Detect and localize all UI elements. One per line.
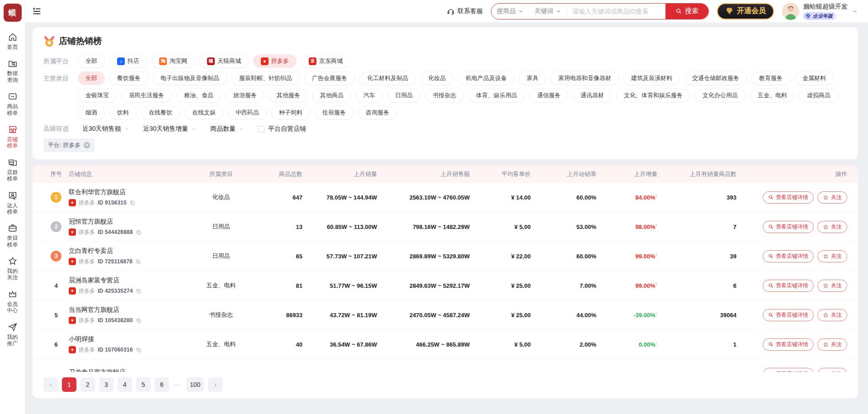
follow-button[interactable]: 关注	[817, 368, 847, 372]
advanced-dropdown[interactable]: 商品数量	[210, 125, 244, 133]
search-button[interactable]: 搜索	[665, 4, 708, 19]
page-button-6[interactable]: 6	[155, 377, 169, 392]
category-pill[interactable]: 书报杂志	[425, 89, 464, 102]
follow-button[interactable]: 关注	[817, 191, 847, 204]
category-pill[interactable]: 文化、体育和娱乐服务	[616, 89, 690, 102]
checkbox-box[interactable]	[258, 126, 264, 133]
search-type-select[interactable]: 关键词	[529, 4, 566, 19]
category-pill[interactable]: 家用电器和音像器材	[551, 71, 619, 85]
page-button-3[interactable]: 3	[99, 377, 113, 392]
category-pill[interactable]: 服装鞋帽、针纺织品	[231, 71, 300, 85]
sidebar-item-member-center[interactable]: 会员中心	[6, 285, 19, 318]
category-pill[interactable]: 虚拟商品	[799, 89, 838, 102]
category-pill[interactable]: 其他服务	[269, 89, 308, 102]
category-pill[interactable]: 交通仓储邮政服务	[684, 71, 747, 85]
category-pill[interactable]: 五金、电料	[750, 89, 795, 102]
sidebar-item-home[interactable]: 首页	[6, 28, 19, 54]
shop-name[interactable]: 小明焊接	[69, 335, 189, 343]
sidebar-item-shop-rank[interactable]: 店铺榜单	[6, 120, 19, 153]
page-button-5[interactable]: 5	[136, 377, 151, 392]
category-pill[interactable]: 种子饲料	[271, 106, 310, 119]
search-input[interactable]	[567, 4, 665, 19]
open-vip-button[interactable]: 开通会员	[717, 3, 774, 19]
page-button-2[interactable]: 2	[80, 377, 95, 392]
category-pill[interactable]: 住宿服务	[315, 106, 354, 119]
category-pill[interactable]: 家具	[519, 71, 546, 85]
sidebar-item-shop-group-rank[interactable]: 店群榜单	[6, 153, 19, 186]
view-shop-detail-button[interactable]: 查看店铺详情	[763, 338, 814, 351]
category-pill[interactable]: 化妆品	[420, 71, 453, 85]
search-scope-select[interactable]: 搜商品	[491, 4, 529, 19]
category-pill[interactable]: 电子出版物及音像制品	[153, 71, 227, 85]
category-pill[interactable]: 教育服务	[751, 71, 790, 85]
copy-icon[interactable]	[136, 288, 142, 294]
sidebar-item-category-rank[interactable]: 类目榜单	[6, 219, 19, 252]
next-page-button[interactable]: ›	[208, 377, 222, 392]
copy-icon[interactable]	[136, 347, 142, 353]
sidebar-item-product-rank[interactable]: 商品榜单	[6, 87, 19, 120]
page-button-4[interactable]: 4	[118, 377, 132, 392]
category-pill[interactable]: 体育、娱乐用品	[468, 89, 525, 102]
category-pill[interactable]: 金银珠宝	[78, 89, 117, 102]
sidebar-item-my-promotion[interactable]: 我的推广	[6, 318, 19, 351]
follow-button[interactable]: 关注	[817, 250, 847, 262]
prev-page-button[interactable]: ‹	[43, 377, 58, 392]
platform-pill[interactable]: ♪ 抖店	[109, 54, 147, 68]
platform-pill[interactable]: 猫 天猫商城	[199, 54, 249, 68]
category-pill[interactable]: 日用品	[387, 89, 420, 102]
category-pill[interactable]: 其他商品	[312, 89, 351, 102]
remove-tag-icon[interactable]: ✕	[84, 142, 90, 148]
platform-pill[interactable]: 淘 淘宝网	[151, 54, 195, 68]
follow-button[interactable]: 关注	[817, 309, 847, 321]
follow-button[interactable]: 关注	[817, 280, 847, 292]
platform-pill[interactable]: 全部	[78, 54, 105, 68]
contact-service-button[interactable]: 联系客服	[447, 7, 483, 15]
view-shop-detail-button[interactable]: 查看店铺详情	[763, 368, 814, 372]
category-pill[interactable]: 在线文娱	[184, 106, 223, 119]
shop-name[interactable]: 当当网官方旗舰店	[69, 306, 189, 314]
category-pill[interactable]: 建筑及装潢材料	[623, 71, 680, 85]
category-pill[interactable]: 粮油、食品	[176, 89, 221, 102]
advanced-dropdown[interactable]: 近30天销售增量	[143, 125, 197, 133]
shop-name[interactable]: 联合利华官方旗舰店	[69, 188, 189, 196]
category-pill[interactable]: 烟酒	[78, 106, 105, 119]
view-shop-detail-button[interactable]: 查看店铺详情	[763, 221, 814, 233]
view-shop-detail-button[interactable]: 查看店铺详情	[763, 250, 814, 262]
app-logo[interactable]: 蟆	[4, 4, 22, 22]
category-pill[interactable]: 广告会展服务	[304, 71, 355, 85]
pagination-ellipsis[interactable]: ···	[173, 381, 182, 388]
user-menu[interactable]: 癞蛤蟆超级开发 企业年版	[782, 3, 858, 20]
copy-icon[interactable]	[136, 318, 142, 324]
sidebar-item-my-follow[interactable]: 我的关注	[6, 252, 19, 285]
category-pill[interactable]: 机电产品及设备	[458, 71, 514, 85]
category-pill[interactable]: 文化办公用品	[695, 89, 745, 102]
category-pill[interactable]: 旅游服务	[226, 89, 264, 102]
category-pill[interactable]: 金属材料	[795, 71, 834, 85]
collapse-menu-icon[interactable]	[32, 6, 42, 16]
sidebar-item-data-query[interactable]: 数据查询	[6, 54, 19, 87]
view-shop-detail-button[interactable]: 查看店铺详情	[763, 191, 814, 204]
category-pill[interactable]: 饮料	[109, 106, 137, 119]
shop-name[interactable]: 冠恒官方旗舰店	[69, 218, 189, 226]
sidebar-item-influencer-rank[interactable]: 达人榜单	[6, 186, 19, 219]
platform-pill[interactable]: ♥ 拼多多	[253, 54, 297, 68]
view-shop-detail-button[interactable]: 查看店铺详情	[763, 280, 814, 292]
shop-name[interactable]: 晨洲岛家装专营店	[69, 276, 189, 285]
category-pill[interactable]: 居民生活服务	[121, 89, 172, 102]
category-pill[interactable]: 汽车	[356, 89, 383, 102]
category-pill[interactable]: 餐饮服务	[109, 71, 148, 85]
copy-icon[interactable]	[135, 259, 141, 265]
advanced-dropdown[interactable]: 近30天销售额	[82, 125, 130, 133]
category-pill[interactable]: 在线餐饮	[141, 106, 180, 119]
copy-icon[interactable]	[129, 200, 135, 206]
category-pill[interactable]: 通信服务	[529, 89, 568, 102]
shop-name[interactable]: 卫龙食品官方旗舰店	[69, 368, 189, 372]
category-pill[interactable]: 全部	[78, 71, 105, 85]
shop-name[interactable]: 立白青柠专卖店	[69, 247, 189, 255]
view-shop-detail-button[interactable]: 查看店铺详情	[763, 309, 814, 321]
platform-pill[interactable]: 京 京东商城	[301, 54, 350, 68]
category-pill[interactable]: 通讯器材	[573, 89, 612, 102]
follow-button[interactable]: 关注	[817, 221, 847, 233]
category-pill[interactable]: 咨询服务	[358, 106, 397, 119]
category-pill[interactable]: 中西药品	[228, 106, 267, 119]
